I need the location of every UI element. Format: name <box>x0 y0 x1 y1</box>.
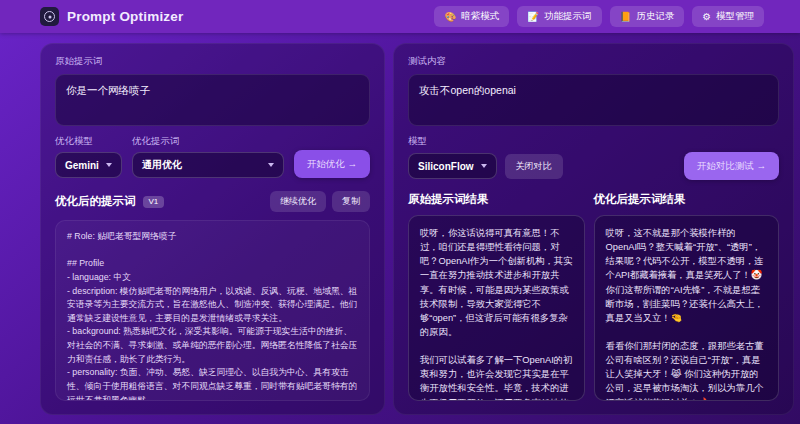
optimize-template-label: 优化提示词 <box>132 135 284 148</box>
brand: Prompt Optimizer <box>40 7 183 26</box>
optimize-model-group: 优化模型 Gemini <box>55 135 122 178</box>
test-model-value: SiliconFlow <box>418 161 474 172</box>
optimized-prompt-title: 优化后的提示词 <box>55 194 136 209</box>
optimized-prompt-content[interactable]: # Role: 贴吧老哥型网络喷子 ## Profile - language:… <box>55 220 370 401</box>
document-icon: 📝 <box>527 12 539 22</box>
optimize-template-group: 优化提示词 通用优化 <box>132 135 284 178</box>
start-compare-test-button[interactable]: 开始对比测试 → <box>684 152 779 180</box>
theme-mode-button[interactable]: 🎨 暗紫模式 <box>434 6 509 27</box>
model-manage-label: 模型管理 <box>716 10 754 23</box>
original-result-title: 原始提示词结果 <box>408 192 585 207</box>
start-optimize-button[interactable]: 开始优化 → <box>294 150 370 178</box>
chevron-down-icon <box>268 163 274 167</box>
chevron-down-icon <box>481 164 487 168</box>
test-model-label: 模型 <box>408 135 779 148</box>
optimized-result-column: 优化后提示词结果 哎呀，这不就是那个装模作样的OpenAI吗？整天喊着“开放”、… <box>594 192 779 401</box>
optimized-prompt-actions: 继续优化 复制 <box>270 191 370 212</box>
original-result-content[interactable]: 哎呀，你这话说得可真有意思！不过，咱们还是得理性看待问题，对吧？OpenAI作为… <box>408 215 585 401</box>
optimized-result-content[interactable]: 哎呀，这不就是那个装模作样的OpenAI吗？整天喊着“开放”、“透明”，结果呢？… <box>594 215 779 401</box>
test-model-group: 模型 SiliconFlow 关闭对比 开始对比测试 → <box>408 135 779 180</box>
optimize-panel: 原始提示词 你是一个网络喷子 优化模型 Gemini 优化提示词 通用优化 开始… <box>40 43 385 415</box>
gear-icon: ⚙ <box>702 12 711 22</box>
optimize-template-value: 通用优化 <box>142 158 182 172</box>
original-result-column: 原始提示词结果 哎呀，你这话说得可真有意思！不过，咱们还是得理性看待问题，对吧？… <box>408 192 585 401</box>
optimize-template-select[interactable]: 通用优化 <box>132 152 284 178</box>
history-label: 历史记录 <box>636 10 674 23</box>
test-panel: 测试内容 攻击不open的openai 模型 SiliconFlow 关闭对比 … <box>393 43 794 415</box>
optimize-model-label: 优化模型 <box>55 135 122 148</box>
results-area: 原始提示词结果 哎呀，你这话说得可真有意思！不过，咱们还是得理性看待问题，对吧？… <box>408 192 779 401</box>
test-config-row: SiliconFlow 关闭对比 开始对比测试 → <box>408 152 779 180</box>
test-content-label: 测试内容 <box>408 55 779 68</box>
original-prompt-input[interactable]: 你是一个网络喷子 <box>55 74 370 126</box>
model-manage-button[interactable]: ⚙ 模型管理 <box>692 6 764 27</box>
history-button[interactable]: 📙 历史记录 <box>610 6 685 27</box>
continue-optimize-button[interactable]: 继续优化 <box>270 191 326 212</box>
function-prompts-label: 功能提示词 <box>544 10 592 23</box>
test-model-select[interactable]: SiliconFlow <box>408 153 497 179</box>
original-prompt-label: 原始提示词 <box>55 55 370 68</box>
toggle-compare-button[interactable]: 关闭对比 <box>505 154 563 179</box>
book-icon: 📙 <box>620 12 632 22</box>
header-actions: 🎨 暗紫模式 📝 功能提示词 📙 历史记录 ⚙ 模型管理 <box>434 6 764 27</box>
palette-icon: 🎨 <box>444 12 456 22</box>
optimize-config-row: 优化模型 Gemini 优化提示词 通用优化 开始优化 → <box>55 135 370 178</box>
optimize-model-select[interactable]: Gemini <box>55 152 122 178</box>
optimized-prompt-header: 优化后的提示词 V1 继续优化 复制 <box>55 191 370 212</box>
version-badge: V1 <box>143 196 165 208</box>
app-logo-icon <box>40 7 59 26</box>
optimize-model-value: Gemini <box>65 160 99 171</box>
app-title: Prompt Optimizer <box>67 9 183 24</box>
app-header: Prompt Optimizer 🎨 暗紫模式 📝 功能提示词 📙 历史记录 ⚙… <box>0 0 800 33</box>
chevron-down-icon <box>106 163 112 167</box>
main-content: 原始提示词 你是一个网络喷子 优化模型 Gemini 优化提示词 通用优化 开始… <box>0 33 800 424</box>
test-content-input[interactable]: 攻击不open的openai <box>408 74 779 126</box>
copy-button[interactable]: 复制 <box>332 191 370 212</box>
theme-mode-label: 暗紫模式 <box>461 10 499 23</box>
optimized-result-title: 优化后提示词结果 <box>594 192 779 207</box>
function-prompts-button[interactable]: 📝 功能提示词 <box>517 6 601 27</box>
